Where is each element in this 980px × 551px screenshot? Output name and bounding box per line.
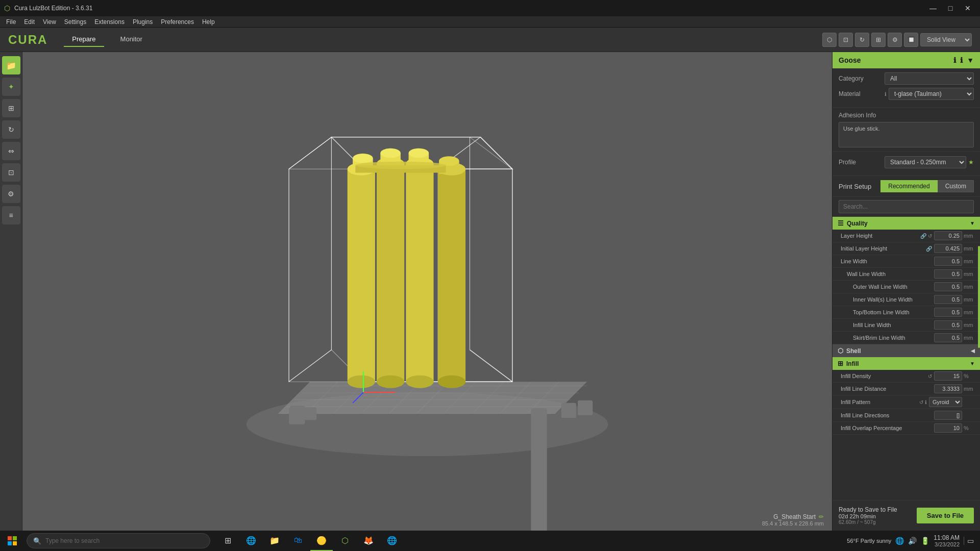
material-dropdown[interactable]: t-glase (Taulman) [889,88,974,100]
taskbar-app-taskview[interactable]: ⊞ [216,531,239,551]
minimize-button[interactable]: — [925,0,941,16]
infill-overlap-input[interactable] [934,423,962,433]
recommended-button[interactable]: Recommended [880,180,937,192]
info2-icon[interactable]: ℹ [960,56,963,64]
edit-model-icon[interactable]: ✏ [819,513,824,520]
filament-info: 62.60m / ~ 507g [839,519,897,525]
infill-overlap-row: Infill Overlap Percentage % [832,422,980,435]
sidebar-mirror-icon[interactable]: ⇔ [2,142,20,160]
infill-line-dist-input[interactable] [934,384,962,393]
maximize-button[interactable]: □ [942,0,959,16]
wall-line-width-input[interactable] [934,269,962,279]
sidebar-support-icon[interactable]: ⚙ [2,185,20,203]
taskbar-app-edge[interactable]: 🌐 [240,531,262,551]
sidebar-rotate-icon[interactable]: ↻ [2,120,20,139]
menu-settings[interactable]: Settings [60,17,90,27]
infill-pattern-reset-icon[interactable]: ↺ [919,399,923,405]
profile-dropdown[interactable]: Standard - 0.250mm [885,156,966,168]
infill-pattern-info-icon[interactable]: ℹ [925,399,927,405]
toolbar-icon-1[interactable]: ⬡ [822,33,837,47]
view-mode-select[interactable]: Solid View X-Ray View Layer View [920,33,972,46]
tray-show-desktop[interactable]: ▭ [964,537,974,545]
info-icon[interactable]: ℹ [953,56,956,64]
svg-rect-47 [377,164,404,382]
tab-monitor[interactable]: Monitor [112,32,151,47]
sidebar-layer-icon[interactable]: ≡ [2,206,20,224]
initial-layer-link-icon[interactable]: 🔗 [926,246,932,252]
sidebar-open-icon[interactable]: 📁 [2,56,20,74]
taskbar-app-explorer[interactable]: 📁 [263,531,286,551]
print-time: 02d 22h 09min [839,513,897,519]
shell-section-header[interactable]: ⬡ Shell ◀ [832,344,980,357]
taskbar-app-cura[interactable]: ⬡ [334,531,356,551]
sidebar-scale-icon[interactable]: ⊞ [2,99,20,117]
sidebar-move-icon[interactable]: ✦ [2,78,20,96]
menu-extensions[interactable]: Extensions [90,17,129,27]
menu-plugins[interactable]: Plugins [129,17,157,27]
infill-density-input[interactable] [934,371,962,381]
profile-star-icon[interactable]: ★ [968,159,974,166]
svg-rect-22 [561,403,576,418]
toolbar-icon-2[interactable]: ⊡ [839,33,853,47]
infill-density-reset-icon[interactable]: ↺ [928,373,932,379]
infill-directions-input[interactable] [934,411,962,420]
menu-help[interactable]: Help [198,17,219,27]
tab-prepare[interactable]: Prepare [64,32,104,47]
taskbar-app-chrome2[interactable]: 🌐 [381,531,403,551]
initial-layer-height-input[interactable] [934,244,962,253]
custom-button[interactable]: Custom [938,180,974,192]
tray-clock[interactable]: 11:08 AM 3/23/2022 [934,534,960,547]
weather-text: 56°F Partly sunny [847,538,891,544]
category-label: Category [839,75,885,82]
menu-file[interactable]: File [2,17,20,27]
inner-wall-width-label: Inner Wall(s) Line Width [841,296,934,303]
top-bottom-width-unit: mm [964,309,975,315]
toolbar-icon-5[interactable]: ⚙ [888,33,902,47]
infill-pattern-row: Infill Pattern ↺ ℹ Gyroid [832,395,980,409]
close-button[interactable]: ✕ [960,0,976,16]
infill-pattern-select[interactable]: Gyroid [929,397,962,407]
layer-height-link-icon[interactable]: 🔗 [920,233,926,239]
menu-edit[interactable]: Edit [20,17,39,27]
search-input[interactable] [839,200,974,213]
menu-preferences[interactable]: Preferences [157,17,198,27]
toolbar-icon-6[interactable]: 🔲 [904,33,918,47]
category-row: Category All [839,72,974,85]
save-to-file-button[interactable]: Save to File [917,508,974,523]
infill-line-width-input[interactable] [934,320,962,330]
tray-date: 3/23/2022 [934,541,960,547]
panel-scrollbar[interactable] [978,246,980,348]
layer-height-unit: mm [964,233,975,239]
sidebar-permodel-icon[interactable]: ⊡ [2,163,20,182]
quality-section-header[interactable]: ☰ Quality ▼ [832,217,980,230]
collapse-icon[interactable]: ▼ [967,56,974,64]
category-dropdown[interactable]: All [885,72,974,85]
layer-height-input[interactable] [934,231,962,240]
menu-view[interactable]: View [39,17,60,27]
taskbar-search-bar[interactable]: 🔍 Type here to search [27,533,210,548]
outer-wall-width-input[interactable] [934,282,962,291]
outer-wall-width-row: Outer Wall Line Width mm [832,281,980,293]
taskbar-tray: 56°F Partly sunny 🌐 🔊 🔋 11:08 AM 3/23/20… [841,534,980,547]
toolbar-icon-3[interactable]: ↻ [855,33,869,47]
inner-wall-width-input[interactable] [934,295,962,304]
top-bottom-width-input[interactable] [934,308,962,317]
taskbar: 🔍 Type here to search ⊞ 🌐 📁 🛍 🟡 ⬡ 🦊 🌐 56… [0,531,980,551]
toolbar-icon-4[interactable]: ⊞ [871,33,886,47]
skirt-brim-width-input[interactable] [934,333,962,342]
tray-network-icon[interactable]: 🌐 [895,537,904,545]
infill-section-header[interactable]: ⊞ Infill ▼ [832,357,980,370]
taskbar-app-firefox[interactable]: 🦊 [357,531,380,551]
layer-height-reset-icon[interactable]: ↺ [928,233,932,239]
viewport[interactable]: G_Sheath Start ✏ 85.4 x 148.5 x 228.6 mm [22,52,832,531]
adhesion-label: Adhesion Info [839,112,885,119]
line-width-input[interactable] [934,257,962,266]
svg-point-59 [380,148,401,158]
svg-point-61 [409,148,429,158]
taskbar-app-chrome[interactable]: 🟡 [310,531,333,551]
start-button[interactable] [0,531,24,551]
infill-line-dist-row: Infill Line Distance mm [832,383,980,395]
tray-volume-icon[interactable]: 🔊 [908,537,917,545]
taskbar-app-store[interactable]: 🛍 [287,531,309,551]
tray-battery-icon[interactable]: 🔋 [921,537,929,545]
